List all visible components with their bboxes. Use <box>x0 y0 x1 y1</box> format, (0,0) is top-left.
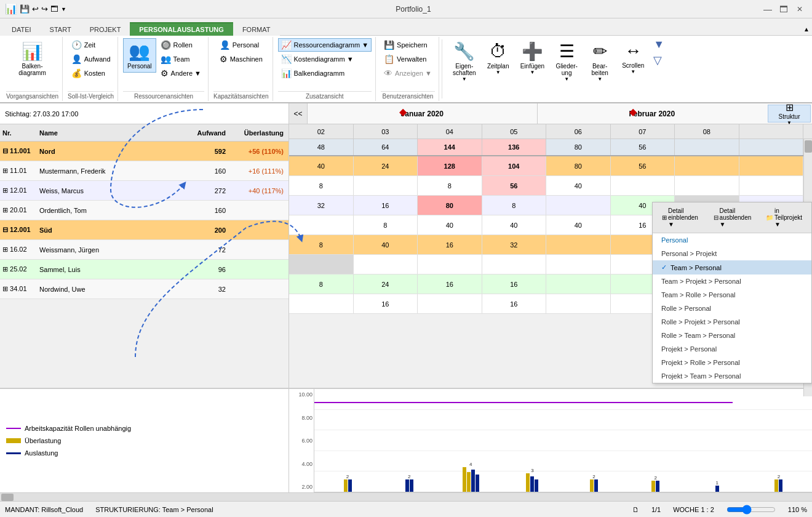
team-button[interactable]: 👥 Team <box>157 52 204 66</box>
grid-cell <box>354 255 418 274</box>
gliederung-button[interactable]: ☰ Glieder-ung ▼ <box>551 38 582 85</box>
detail-einblenden-button[interactable]: ⊞ Detail einblenden ▼ <box>658 205 707 230</box>
y-8: 8.00 <box>290 415 312 421</box>
ressourcen-col: 🔘 Rollen 👥 Team ⚙ Andere ▼ <box>157 38 204 80</box>
tab-start[interactable]: START <box>41 23 81 36</box>
anzeigen-button[interactable]: 👁 Anzeigen ▼ <box>381 66 435 80</box>
ressourcendiagramm-button[interactable]: 📈 Ressourcendiagramm ▼ <box>278 38 372 52</box>
filter2-icon[interactable]: ▽ <box>653 54 664 67</box>
kostendiagramm-button[interactable]: 📉 Kostendiagramm ▼ <box>278 52 372 66</box>
woche-label: WOCHE 1 : 2 <box>673 506 714 513</box>
tab-datei[interactable]: DATEI <box>2 23 41 36</box>
scroll-thumb-v[interactable] <box>805 140 812 153</box>
menu-item-personal-projekt[interactable]: Personal > Projekt <box>653 247 811 260</box>
maximize-button[interactable]: 🗖 <box>776 2 791 16</box>
detail-ausblenden-button[interactable]: ⊟ Detail ausblenden ▼ <box>709 205 759 230</box>
close-button[interactable]: ✕ <box>792 2 807 16</box>
row-aufwand: 592 <box>188 148 231 155</box>
aufwand-button[interactable]: 👤 Aufwand <box>68 52 114 66</box>
week-06: 06 <box>546 124 611 138</box>
menu-item-team-personal[interactable]: Team > Personal <box>653 260 811 275</box>
speichern-button[interactable]: 💾 Speichern <box>381 38 435 52</box>
scrollen-button[interactable]: ↔ Scrollen ▼ <box>618 38 648 78</box>
nav-back-button[interactable]: << <box>289 103 308 124</box>
zeitplan-button[interactable]: ⏱ Zeitplan ▼ <box>483 38 514 78</box>
filter1-icon[interactable]: ▼ <box>653 38 664 51</box>
menu-item-projekt-rolle-personal[interactable]: Projekt > Rolle > Personal <box>653 356 811 369</box>
rollen-button[interactable]: 🔘 Rollen <box>157 38 204 52</box>
app-icon: 📊 <box>5 3 17 15</box>
bar-yellow-07 <box>651 481 655 492</box>
h-scroll-thumb[interactable] <box>1 494 14 501</box>
scrollbar-placeholder <box>803 124 812 138</box>
collapse-ribbon[interactable]: ▲ <box>801 23 812 36</box>
zoom-slider[interactable] <box>726 505 776 515</box>
menu-item-projekt-personal[interactable]: Projekt > Personal <box>653 342 811 356</box>
redo-icon[interactable]: ↪ <box>41 4 48 14</box>
week-08: 08 <box>675 124 739 138</box>
row-uberlastung: +40 (117%) <box>231 187 286 194</box>
grid-cell <box>675 176 739 195</box>
row-nr: ⊟ 11.001 <box>2 147 39 155</box>
legend-uberlastung: Überlastung <box>6 437 282 444</box>
undo-icon[interactable]: ↩ <box>32 4 39 14</box>
menu-item-rolle-personal[interactable]: Rolle > Personal <box>653 302 811 315</box>
bar-label-03: 2 <box>408 474 410 479</box>
grid-cell <box>289 215 354 234</box>
ribbon-sep-1 <box>442 39 442 98</box>
zeitplan-arrow: ▼ <box>496 70 501 75</box>
maschinen-button[interactable]: ⚙ Maschinen <box>217 52 266 66</box>
menu-item-rolle-projekt-personal[interactable]: Rolle > Projekt > Personal <box>653 315 811 329</box>
eigenschaften-label: Eigen-schaften <box>453 63 476 76</box>
ribbon-btns-kapazitat: 👤 Personal ⚙ Maschinen <box>217 38 266 91</box>
balkendiagramm2-button[interactable]: 📊 Balkendiagramm <box>278 66 372 80</box>
kostendiagramm-icon: 📉 <box>281 54 292 64</box>
window-icon[interactable]: 🗔 <box>50 4 58 14</box>
andere-button[interactable]: ⚙ Andere ▼ <box>157 66 204 80</box>
struktur-button[interactable]: ⊞ Struktur ▼ <box>768 105 811 122</box>
bearbeiten-button[interactable]: ✏ Bear-beiten ▼ <box>584 38 615 85</box>
legend-arbeitskapazitat: Arbeitskapazität Rollen unabhängig <box>6 425 282 432</box>
dropdown-arrow-title[interactable]: ▼ <box>61 6 66 12</box>
zusatz-col: 📈 Ressourcendiagramm ▼ 📉 Kostendiagramm … <box>278 38 372 80</box>
menu-item-personal-section[interactable]: Personal <box>653 233 811 247</box>
menu-item-projekt-team-personal[interactable]: Projekt > Team > Personal <box>653 369 811 383</box>
grid-cell <box>546 235 611 254</box>
minimize-button[interactable]: — <box>760 2 775 16</box>
chart-inner: 10.00 8.00 6.00 4.00 2.00 <box>289 389 812 492</box>
row-name: Nordwind, Uwe <box>39 286 188 293</box>
eigenschaften-button[interactable]: 🔧 Eigen-schaften ▼ <box>448 38 480 85</box>
personal-button[interactable]: 👥 Personal <box>123 38 156 73</box>
row-aufwand: 72 <box>188 246 231 254</box>
legend-color-blue <box>6 452 21 454</box>
tab-projekt[interactable]: PROJEKT <box>81 23 130 36</box>
verwalten-button[interactable]: 📋 Verwalten <box>381 52 435 66</box>
grid-cell <box>739 156 804 175</box>
grid-cell: 80 <box>546 156 611 175</box>
save-icon[interactable]: 💾 <box>20 4 30 14</box>
einfugen-button[interactable]: ➕ Einfügen ▼ <box>516 38 549 78</box>
sum-02: 48 <box>289 139 354 155</box>
summary-row: 48 64 144 136 80 56 <box>289 139 812 156</box>
menu-item-team-rolle-personal[interactable]: Team > Rolle > Personal <box>653 288 811 302</box>
personal-kap-button[interactable]: 👤 Personal <box>217 38 266 52</box>
left-panel: Stichtag: 27.03.20 17:00 Nr. Name Aufwan… <box>0 103 289 388</box>
bar-yellow-09 <box>774 479 778 492</box>
eigenschaften-arrow: ▼ <box>462 76 467 82</box>
bar-group-09 <box>774 479 782 492</box>
gliederung-label: Glieder-ung <box>555 63 578 76</box>
table-row: ⊟ 12.001 Süd 200 <box>0 220 289 240</box>
tab-format[interactable]: FORMAT <box>233 23 280 36</box>
team-icon: 👥 <box>161 54 171 64</box>
menu-item-team-projekt-personal[interactable]: Team > Projekt > Personal <box>653 275 811 288</box>
kosten-button[interactable]: 💰 Kosten <box>68 66 114 80</box>
grid-cell: 8 <box>289 275 354 294</box>
balkendiagramm-button[interactable]: 📊 Balken-diagramm <box>14 38 50 79</box>
bar-yellow-05 <box>526 473 530 492</box>
teilprojekt-button[interactable]: 📁 in Teilprojekt ▼ <box>762 205 806 230</box>
menu-item-rolle-team-personal[interactable]: Rolle > Team > Personal <box>653 329 811 342</box>
tab-personalauslastung[interactable]: PERSONALAUSLASTUNG <box>130 22 233 36</box>
h-scrollbar[interactable] <box>0 492 812 501</box>
zeit-button[interactable]: 🕐 Zeit <box>68 38 114 52</box>
week-cells: 02 03 04 05 06 07 08 <box>289 124 803 138</box>
